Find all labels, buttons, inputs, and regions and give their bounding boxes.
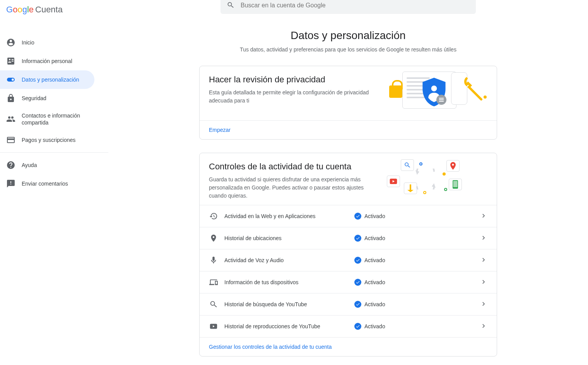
chevron-right-icon bbox=[480, 212, 487, 221]
activity-card-desc: Guarda tu actividad si quieres disfrutar… bbox=[209, 176, 379, 200]
check-circle-icon bbox=[354, 279, 361, 286]
search-bar[interactable] bbox=[220, 0, 476, 14]
app-logo: Google Cuenta bbox=[0, 5, 108, 18]
sidebar-item-label: Datos y personalización bbox=[22, 76, 79, 83]
activity-row-youtube-watch[interactable]: Historial de reproducciones de YouTube A… bbox=[200, 315, 497, 337]
sidebar-item-feedback[interactable]: Enviar comentarios bbox=[0, 174, 94, 193]
svg-rect-5 bbox=[453, 181, 458, 187]
activity-row-label: Historial de ubicaciones bbox=[224, 235, 354, 241]
page-title: Datos y personalización bbox=[291, 29, 405, 42]
privacy-card-cta[interactable]: Empezar bbox=[209, 127, 231, 133]
activity-row-label: Información de tus dispositivos bbox=[224, 279, 354, 285]
credit-card-icon bbox=[6, 135, 15, 145]
activity-row-status: Activado bbox=[364, 213, 480, 219]
id-card-icon bbox=[6, 56, 15, 66]
svg-point-1 bbox=[484, 96, 487, 99]
chevron-right-icon bbox=[480, 322, 487, 331]
sidebar-item-home[interactable]: Inicio bbox=[0, 33, 94, 52]
sidebar-item-data-personalization[interactable]: Datos y personalización bbox=[0, 70, 94, 89]
privacy-card-desc: Esta guía detallada te permite elegir la… bbox=[209, 89, 379, 105]
activity-row-status: Activado bbox=[364, 279, 480, 285]
devices-icon bbox=[209, 278, 218, 287]
lock-icon bbox=[6, 94, 15, 103]
check-circle-icon bbox=[354, 323, 361, 330]
activity-row-status: Activado bbox=[364, 301, 480, 307]
activity-row-label: Historial de reproducciones de YouTube bbox=[224, 323, 354, 329]
sidebar-item-label: Información personal bbox=[22, 58, 72, 65]
history-icon bbox=[209, 211, 218, 221]
toggle-on-icon bbox=[6, 75, 15, 84]
sidebar-item-label: Enviar comentarios bbox=[22, 180, 68, 187]
activity-row-label: Historial de búsqueda de YouTube bbox=[224, 301, 354, 307]
activity-row-status: Activado bbox=[364, 235, 480, 241]
sidebar-divider bbox=[0, 152, 108, 153]
check-circle-icon bbox=[354, 213, 361, 220]
activity-row-location[interactable]: Historial de ubicaciones Activado bbox=[200, 227, 497, 249]
activity-row-youtube-search[interactable]: Historial de búsqueda de YouTube Activad… bbox=[200, 293, 497, 315]
sidebar-item-label: Contactos e información compartida bbox=[22, 112, 88, 126]
svg-rect-3 bbox=[410, 184, 411, 190]
feedback-icon bbox=[6, 179, 15, 188]
privacy-illustration bbox=[387, 75, 487, 113]
chevron-right-icon bbox=[480, 300, 487, 309]
activity-row-status: Activado bbox=[364, 257, 480, 263]
search-input[interactable] bbox=[241, 2, 470, 9]
check-circle-icon bbox=[354, 301, 361, 308]
activity-row-label: Actividad de Voz y Audio bbox=[224, 257, 354, 263]
sidebar-item-contacts-sharing[interactable]: Contactos e información compartida bbox=[0, 107, 94, 131]
help-icon bbox=[6, 160, 15, 170]
sidebar-item-help[interactable]: Ayuda bbox=[0, 156, 94, 174]
sidebar: Google Cuenta Inicio Información persona… bbox=[0, 0, 108, 365]
activity-card-cta[interactable]: Gestionar los controles de la actividad … bbox=[209, 344, 332, 350]
sidebar-item-label: Inicio bbox=[22, 39, 34, 46]
microphone-icon bbox=[209, 256, 218, 265]
activity-controls-card: Controles de la actividad de tu cuenta G… bbox=[199, 153, 497, 356]
youtube-icon bbox=[209, 322, 218, 331]
check-circle-icon bbox=[354, 235, 361, 242]
location-pin-icon bbox=[209, 234, 218, 243]
sidebar-item-security[interactable]: Seguridad bbox=[0, 89, 94, 107]
activity-card-title: Controles de la actividad de tu cuenta bbox=[209, 162, 379, 172]
people-icon bbox=[6, 114, 15, 124]
privacy-card-title: Hacer la revisión de privacidad bbox=[209, 75, 379, 85]
chevron-right-icon bbox=[480, 234, 487, 243]
sidebar-item-payments[interactable]: Pagos y suscripciones bbox=[0, 131, 94, 149]
sidebar-item-label: Ayuda bbox=[22, 162, 37, 169]
sidebar-item-label: Seguridad bbox=[22, 95, 46, 102]
sidebar-item-personal-info[interactable]: Información personal bbox=[0, 52, 94, 70]
chevron-right-icon bbox=[480, 278, 487, 287]
activity-row-web-app[interactable]: Actividad en la Web y en Aplicaciones Ac… bbox=[200, 205, 497, 227]
privacy-checkup-card: Hacer la revisión de privacidad Esta guí… bbox=[199, 66, 497, 140]
check-circle-icon bbox=[354, 257, 361, 264]
product-name: Cuenta bbox=[35, 5, 63, 15]
search-icon bbox=[209, 300, 218, 309]
user-circle-icon bbox=[6, 38, 15, 47]
chevron-right-icon bbox=[480, 256, 487, 265]
sidebar-item-label: Pagos y suscripciones bbox=[22, 136, 75, 143]
activity-illustration bbox=[387, 162, 487, 200]
activity-row-voice-audio[interactable]: Actividad de Voz y Audio Activado bbox=[200, 249, 497, 271]
page-subtitle: Tus datos, actividad y preferencias para… bbox=[240, 46, 456, 53]
activity-row-status: Activado bbox=[364, 323, 480, 329]
svg-point-0 bbox=[431, 85, 437, 91]
activity-row-device-info[interactable]: Información de tus dispositivos Activado bbox=[200, 271, 497, 293]
main-content: Datos y personalización Tus datos, activ… bbox=[108, 0, 588, 365]
activity-row-label: Actividad en la Web y en Aplicaciones bbox=[224, 213, 354, 219]
search-icon bbox=[227, 1, 234, 10]
google-logo-text: Google bbox=[6, 5, 34, 15]
sidebar-nav: Inicio Información personal Datos y pers… bbox=[0, 33, 108, 193]
